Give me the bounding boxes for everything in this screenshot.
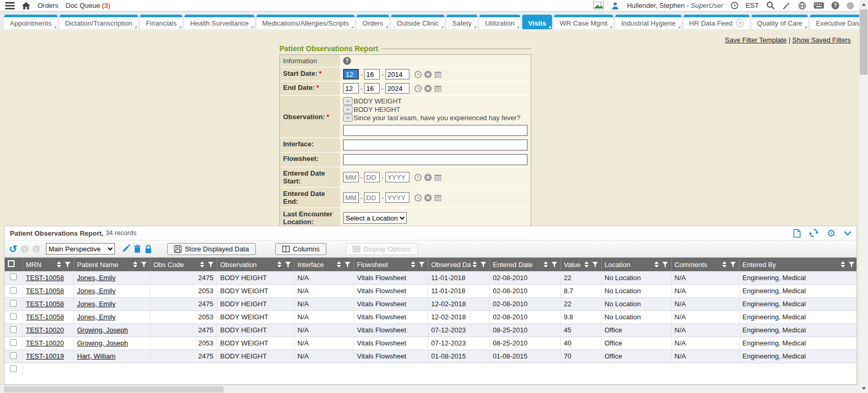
patient-name-link[interactable]: Jones, Emily bbox=[77, 313, 116, 321]
observation-search-input[interactable] bbox=[343, 125, 527, 136]
filter-funnel-icon[interactable] bbox=[65, 262, 71, 268]
new-document-icon[interactable] bbox=[793, 229, 801, 238]
start-date-yyyy-input[interactable] bbox=[385, 69, 409, 79]
sort-icon[interactable] bbox=[473, 261, 477, 268]
remove-observation-button[interactable]: − bbox=[343, 114, 353, 122]
scroll-up-arrow[interactable] bbox=[859, 0, 868, 9]
tab-orders[interactable]: Orders bbox=[357, 15, 389, 29]
tab-outside-clinic[interactable]: Outside Clinic bbox=[391, 15, 444, 29]
presence-status-icon[interactable] bbox=[847, 2, 854, 9]
patient-name-link[interactable]: Jones, Emily bbox=[77, 274, 116, 282]
location-select[interactable]: Select a Location bbox=[343, 212, 407, 224]
horizontal-scrollbar[interactable] bbox=[0, 385, 859, 393]
vertical-scrollbar-thumb[interactable] bbox=[860, 9, 867, 75]
column-header[interactable]: MRN bbox=[22, 258, 74, 271]
show-saved-filters-link[interactable]: Show Saved Filters bbox=[792, 36, 851, 44]
gear-icon[interactable]: ⚙ bbox=[827, 228, 836, 238]
mrn-link[interactable]: TEST-10020 bbox=[26, 339, 64, 347]
remove-observation-button[interactable]: − bbox=[343, 106, 353, 113]
edit-pencil-icon[interactable] bbox=[122, 245, 130, 253]
filter-funnel-icon[interactable] bbox=[592, 262, 598, 268]
calendar-icon[interactable] bbox=[434, 71, 442, 78]
patient-name-link[interactable]: Jones, Emily bbox=[77, 287, 116, 295]
tab-dictation-transcription[interactable]: Dictation/Transcription bbox=[60, 15, 138, 29]
calendar-icon[interactable] bbox=[434, 194, 442, 202]
column-header[interactable]: Observation bbox=[217, 258, 294, 271]
sort-icon[interactable] bbox=[200, 261, 204, 268]
tab-industrial-hygiene[interactable]: Industrial Hygiene bbox=[615, 15, 681, 29]
keyboard-icon[interactable] bbox=[814, 2, 824, 9]
tab-wr-case-mgmt[interactable]: WR Case Mgmt bbox=[554, 15, 614, 29]
sort-icon[interactable] bbox=[722, 261, 726, 268]
clear-date-icon[interactable] bbox=[424, 85, 432, 93]
search-icon[interactable] bbox=[766, 1, 775, 10]
end-date-dd-input[interactable] bbox=[364, 83, 380, 94]
tab-safety[interactable]: Safety bbox=[447, 15, 477, 29]
filter-funnel-icon[interactable] bbox=[419, 262, 425, 268]
clear-date-icon[interactable] bbox=[424, 71, 432, 78]
select-all-checkbox[interactable] bbox=[8, 260, 15, 267]
column-header[interactable]: Location bbox=[601, 258, 671, 271]
refresh-icon[interactable] bbox=[809, 229, 818, 237]
mrn-link[interactable]: TEST-10058 bbox=[26, 274, 64, 282]
interface-input[interactable] bbox=[343, 140, 527, 151]
column-header[interactable]: Patient Name bbox=[74, 258, 150, 271]
image-thumbnail-icon[interactable] bbox=[593, 2, 604, 9]
store-displayed-data-button[interactable]: Store Displayed Data bbox=[167, 243, 256, 255]
time-icon[interactable] bbox=[414, 174, 422, 181]
patient-name-link[interactable]: Hart, William bbox=[77, 352, 116, 360]
tab-health-surveillance[interactable]: Health Surveillance bbox=[184, 15, 254, 29]
vertical-scrollbar[interactable] bbox=[859, 0, 868, 393]
time-icon[interactable] bbox=[414, 85, 422, 93]
sort-icon[interactable] bbox=[277, 261, 281, 268]
entered-date-start-dd-input[interactable] bbox=[364, 172, 380, 182]
row-checkbox[interactable] bbox=[10, 313, 17, 320]
footer-checkbox[interactable] bbox=[10, 365, 17, 372]
column-header[interactable]: Value bbox=[560, 258, 601, 271]
sort-icon[interactable] bbox=[584, 261, 589, 268]
next-perspective-icon[interactable]: › bbox=[32, 245, 40, 253]
sort-icon[interactable] bbox=[133, 261, 137, 268]
sort-icon[interactable] bbox=[337, 261, 341, 268]
home-icon[interactable] bbox=[22, 2, 30, 9]
delete-trash-icon[interactable] bbox=[134, 245, 141, 253]
reset-perspective-icon[interactable]: ↺ bbox=[9, 244, 17, 254]
calendar-icon[interactable] bbox=[434, 85, 442, 93]
row-checkbox[interactable] bbox=[10, 339, 17, 346]
entered-date-end-dd-input[interactable] bbox=[364, 192, 380, 203]
start-date-mm-input[interactable] bbox=[343, 69, 359, 79]
entered-date-end-yyyy-input[interactable] bbox=[385, 192, 409, 203]
help-icon[interactable]: ? bbox=[831, 2, 839, 9]
filter-funnel-icon[interactable] bbox=[285, 262, 291, 268]
sort-icon[interactable] bbox=[841, 261, 845, 268]
filter-funnel-icon[interactable] bbox=[662, 262, 668, 268]
time-icon[interactable] bbox=[414, 71, 422, 78]
entered-date-end-mm-input[interactable] bbox=[343, 192, 359, 203]
start-date-dd-input[interactable] bbox=[364, 69, 380, 79]
lock-icon[interactable] bbox=[145, 245, 152, 253]
mrn-link[interactable]: TEST-10058 bbox=[26, 287, 64, 295]
patient-name-link[interactable]: Growing, Joseph bbox=[77, 326, 128, 334]
row-checkbox[interactable] bbox=[10, 273, 17, 280]
mrn-link[interactable]: TEST-10058 bbox=[26, 313, 64, 321]
magic-wand-icon[interactable] bbox=[782, 2, 791, 10]
column-header[interactable]: Flowsheet bbox=[354, 258, 428, 271]
mrn-link[interactable]: TEST-10020 bbox=[26, 326, 64, 334]
end-date-yyyy-input[interactable] bbox=[385, 83, 409, 94]
sort-icon[interactable] bbox=[57, 261, 61, 268]
globe-icon[interactable] bbox=[798, 2, 806, 10]
row-checkbox[interactable] bbox=[10, 352, 17, 359]
flowsheet-input[interactable] bbox=[343, 154, 527, 165]
filter-funnel-icon[interactable] bbox=[849, 262, 854, 268]
row-checkbox[interactable] bbox=[10, 300, 17, 307]
collapse-chevron-icon[interactable] bbox=[844, 231, 851, 236]
horizontal-scrollbar-thumb[interactable] bbox=[4, 386, 224, 392]
row-checkbox[interactable] bbox=[10, 287, 17, 294]
column-header[interactable]: Obs Code bbox=[150, 258, 217, 271]
patient-name-link[interactable]: Jones, Emily bbox=[77, 300, 116, 308]
mrn-link[interactable]: TEST-10058 bbox=[26, 300, 64, 308]
filter-funnel-icon[interactable] bbox=[208, 262, 214, 268]
filter-funnel-icon[interactable] bbox=[141, 262, 147, 268]
entered-date-start-mm-input[interactable] bbox=[343, 172, 359, 182]
column-header[interactable]: Interface bbox=[294, 258, 354, 271]
